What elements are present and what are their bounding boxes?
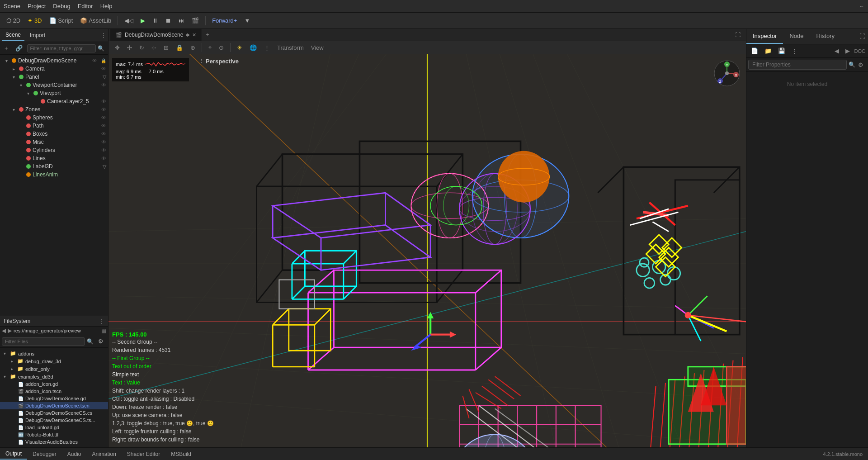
bottom-tab-shader[interactable]: Shader Editor bbox=[122, 449, 165, 459]
pause-button[interactable]: ⏸ bbox=[150, 16, 161, 25]
expand-arrow[interactable]: ▾ bbox=[27, 91, 32, 96]
close-tab-button[interactable]: ✕ bbox=[192, 32, 196, 38]
visibility-icon[interactable]: 👁 bbox=[101, 99, 106, 104]
tab-import[interactable]: Import bbox=[26, 30, 49, 40]
script-button[interactable]: 📄 Script bbox=[47, 16, 76, 25]
select-tool-button[interactable]: ✥ bbox=[112, 43, 123, 52]
stop-button[interactable]: ⏹ bbox=[163, 16, 174, 25]
filter-properties-input[interactable] bbox=[748, 60, 847, 70]
file-item-editor-only[interactable]: ▸ 📁 editor_only bbox=[0, 365, 108, 373]
tree-item-Cylinders[interactable]: Cylinders 👁 bbox=[0, 146, 108, 154]
add-tab-button[interactable]: + bbox=[202, 30, 212, 40]
visibility-icon[interactable]: 👁 bbox=[101, 147, 106, 153]
more-icon-btn[interactable]: ⋮ bbox=[789, 46, 800, 56]
add-node-button[interactable]: + bbox=[2, 44, 11, 52]
tree-item-Lines[interactable]: Lines 👁 bbox=[0, 154, 108, 162]
viewport-options-button[interactable]: ⋮ bbox=[261, 43, 273, 52]
fullscreen-toggle[interactable]: ⛶ bbox=[731, 30, 744, 40]
file-item-load-unload[interactable]: 📄 load_unload.gd bbox=[0, 424, 108, 431]
expand-arrow[interactable]: ▾ bbox=[13, 75, 17, 80]
run-previous-button[interactable]: ◀◁ bbox=[122, 16, 136, 25]
save-icon-btn[interactable]: 💾 bbox=[775, 46, 788, 56]
tree-item-Zones[interactable]: ▾ Zones 👁 bbox=[0, 105, 108, 114]
env-button[interactable]: 🌐 bbox=[247, 43, 259, 52]
doc-btn[interactable]: DOC bbox=[854, 47, 866, 55]
expand-button[interactable]: ⛶ bbox=[857, 32, 868, 41]
menu-editor[interactable]: Editor bbox=[78, 3, 93, 9]
file-item-visualizer[interactable]: 📄 VisualizerAudioBus.tres bbox=[0, 438, 108, 446]
tab-history[interactable]: History bbox=[810, 29, 841, 44]
expand-arrow[interactable]: ▾ bbox=[4, 351, 8, 356]
visibility-icon[interactable]: 👁 bbox=[101, 139, 106, 145]
bottom-tab-output[interactable]: Output bbox=[0, 449, 27, 460]
file-item-demo-tscn[interactable]: 🎬 DebugDrawDemoScene.tscn bbox=[0, 402, 108, 409]
visibility-icon[interactable]: 👁 bbox=[92, 58, 97, 63]
movie-button[interactable]: 🎬 bbox=[189, 16, 202, 25]
bottom-tab-animation[interactable]: Animation bbox=[86, 449, 121, 459]
group-button[interactable]: ⊕ bbox=[188, 43, 198, 52]
file-icon-btn[interactable]: 📄 bbox=[748, 46, 761, 56]
expand-arrow[interactable]: ▾ bbox=[20, 83, 24, 88]
expand-arrow[interactable]: ▾ bbox=[4, 374, 8, 379]
bottom-tab-debugger[interactable]: Debugger bbox=[27, 449, 62, 459]
file-item-addon-icon-gd[interactable]: 📄 addon_icon.gd bbox=[0, 380, 108, 388]
tree-item-CameraLayer[interactable]: CameraLayer2_5 👁 bbox=[0, 97, 108, 105]
bottom-tab-audio[interactable]: Audio bbox=[62, 449, 87, 459]
pivot-button[interactable]: ⊙ bbox=[216, 43, 226, 52]
visibility-icon[interactable]: 👁 bbox=[101, 82, 106, 88]
assetlib-button[interactable]: 📦 AssetLib bbox=[77, 16, 114, 25]
filesystem-menu-icon[interactable]: ⋮ bbox=[99, 318, 104, 324]
tree-item-Viewport[interactable]: ▾ Viewport bbox=[0, 89, 108, 97]
tree-item-Path[interactable]: Path 👁 bbox=[0, 122, 108, 130]
expand-arrow[interactable]: ▾ bbox=[5, 58, 10, 63]
menu-project[interactable]: Project bbox=[28, 3, 46, 9]
file-item-examples[interactable]: ▾ 📁 examples_dd3d bbox=[0, 373, 108, 380]
bottom-tab-msbuild[interactable]: MSBuild bbox=[165, 449, 197, 459]
visibility-icon[interactable]: 👁 bbox=[101, 115, 106, 120]
play-button[interactable]: ▶ bbox=[138, 16, 148, 25]
lock-icon[interactable]: 🔒 bbox=[101, 58, 106, 63]
path-view-toggle[interactable]: ▦ bbox=[101, 327, 106, 334]
file-item-addons[interactable]: ▾ 📁 addons bbox=[0, 350, 108, 357]
menu-scene[interactable]: Scene bbox=[4, 3, 20, 9]
link-node-button[interactable]: 🔗 bbox=[13, 44, 25, 52]
snap-button[interactable]: ⊞ bbox=[161, 43, 171, 52]
tab-scene[interactable]: Scene bbox=[2, 30, 24, 41]
file-item-addon-icon-tscn[interactable]: 🎬 addon_icon.tscn bbox=[0, 388, 108, 395]
renderer-button[interactable]: Forward+ bbox=[209, 16, 240, 25]
visibility-icon[interactable]: ▽ bbox=[103, 164, 106, 170]
menu-help[interactable]: Help bbox=[100, 3, 113, 9]
sun-button[interactable]: ☀ bbox=[234, 43, 245, 52]
filesystem-options-button[interactable]: ⚙ bbox=[95, 337, 106, 346]
file-item-demo-cs[interactable]: 📄 DebugDrawDemoSceneCS.cs bbox=[0, 409, 108, 417]
scene-filter-input[interactable] bbox=[27, 44, 96, 52]
transform-button[interactable]: Transform bbox=[274, 43, 307, 52]
scale-tool-button[interactable]: ⊹ bbox=[149, 43, 159, 52]
renderer-dropdown[interactable]: ▼ bbox=[241, 16, 253, 25]
nav-prev-btn[interactable]: ◀ bbox=[832, 46, 842, 56]
tree-item-Misc[interactable]: Misc 👁 bbox=[0, 138, 108, 146]
scene-tab-active[interactable]: 🎬 DebugDrawDemoScene ✱ ✕ bbox=[110, 29, 202, 41]
visibility-icon[interactable]: ▽ bbox=[103, 74, 106, 80]
panel-menu-icon[interactable]: ⋮ bbox=[101, 32, 106, 38]
expand-arrow[interactable]: ▸ bbox=[11, 366, 15, 371]
file-item-debug-draw-3d[interactable]: ▸ 📁 debug_draw_3d bbox=[0, 357, 108, 365]
lock-button[interactable]: 🔒 bbox=[173, 43, 186, 52]
visibility-icon[interactable]: 👁 bbox=[101, 156, 106, 161]
path-forward-btn[interactable]: ▶ bbox=[8, 327, 12, 334]
filter-options-btn[interactable]: ⚙ bbox=[855, 60, 866, 70]
step-button[interactable]: ⏭ bbox=[176, 16, 187, 25]
visibility-icon[interactable]: 👁 bbox=[101, 107, 106, 112]
mode-3d-button[interactable]: ✦ 3D bbox=[25, 16, 44, 25]
expand-arrow[interactable]: ▸ bbox=[11, 359, 15, 364]
tree-item-LinesAnim[interactable]: LinesAnim bbox=[0, 171, 108, 179]
filesystem-filter-input[interactable] bbox=[2, 337, 85, 346]
view-button[interactable]: View bbox=[308, 43, 326, 52]
file-item-demo-gd[interactable]: 📄 DebugDrawDemoScene.gd bbox=[0, 395, 108, 402]
file-item-roboto[interactable]: 🔤 Roboto-Bold.ttf bbox=[0, 431, 108, 438]
path-back-btn[interactable]: ◀ bbox=[2, 327, 6, 334]
tree-item-Spheres[interactable]: Spheres 👁 bbox=[0, 114, 108, 122]
move-tool-button[interactable]: ✣ bbox=[124, 43, 135, 52]
mode-2d-button[interactable]: ⬡ 2D bbox=[4, 16, 23, 25]
tree-item-DebugDrawDemoScene[interactable]: ▾ DebugDrawDemoScene 👁 🔒 bbox=[0, 57, 108, 65]
